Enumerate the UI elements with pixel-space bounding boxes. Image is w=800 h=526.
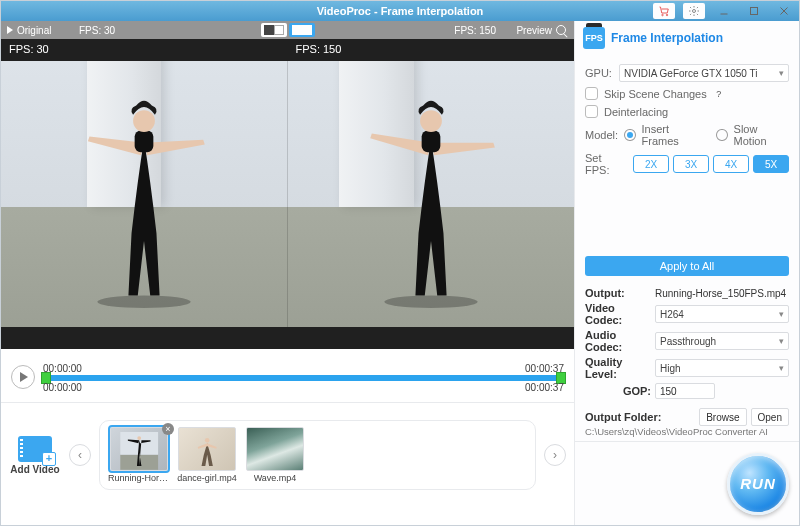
run-label: RUN xyxy=(740,475,776,492)
fps-4x-button[interactable]: 4X xyxy=(713,155,749,173)
clip-item[interactable]: × Running-Horse.m xyxy=(108,427,170,483)
app-title: VideoProc - Frame Interpolation xyxy=(317,5,484,17)
model-slow-radio[interactable] xyxy=(716,129,727,141)
deinterlacing-checkbox[interactable] xyxy=(585,105,598,118)
svg-point-15 xyxy=(137,436,141,440)
svg-point-16 xyxy=(205,438,210,443)
svg-point-12 xyxy=(420,110,442,132)
add-video-button[interactable]: Add Video xyxy=(9,436,61,475)
audio-codec-label: Audio Codec: xyxy=(585,329,651,353)
quality-label: Quality Level: xyxy=(585,356,651,380)
chevron-down-icon: ▾ xyxy=(779,309,784,319)
clip-item[interactable]: Wave.mp4 xyxy=(244,427,306,483)
fps-out-label: FPS: 150 xyxy=(332,21,502,39)
close-button[interactable] xyxy=(773,3,795,19)
overlay-fps-left: FPS: 30 xyxy=(1,41,57,57)
compare-mode-group xyxy=(257,21,319,39)
time-start-bottom: 00:00:00 xyxy=(43,382,82,393)
gop-input[interactable]: 150 xyxy=(655,383,715,399)
clip-caption: dance-girl.mp4 xyxy=(177,473,237,483)
fps-5x-button[interactable]: 5X xyxy=(753,155,789,173)
svg-point-9 xyxy=(133,110,155,132)
title-bar: VideoProc - Frame Interpolation xyxy=(1,1,799,21)
clip-caption: Running-Horse.m xyxy=(108,473,170,483)
play-icon xyxy=(7,26,13,34)
svg-point-1 xyxy=(666,14,668,16)
video-codec-label: Video Codec: xyxy=(585,302,651,326)
magnify-icon xyxy=(556,25,566,35)
overlay-fps-right: FPS: 150 xyxy=(288,41,350,57)
chevron-down-icon: ▾ xyxy=(779,336,784,346)
model-insert-radio[interactable] xyxy=(624,129,635,141)
audio-codec-value: Passthrough xyxy=(660,336,716,347)
preview-canvas: FPS: 30 FPS: 150 xyxy=(1,39,574,349)
preview-tab-label: Preview xyxy=(516,25,552,36)
skip-scene-checkbox[interactable] xyxy=(585,87,598,100)
fps-2x-button[interactable]: 2X xyxy=(633,155,669,173)
preview-toolbar: Original FPS: 30 FPS: 150 Preview xyxy=(1,21,574,39)
apply-all-button[interactable]: Apply to All xyxy=(585,256,789,276)
output-label: Output: xyxy=(585,287,651,299)
fps-3x-button[interactable]: 3X xyxy=(673,155,709,173)
window-controls xyxy=(653,1,795,21)
svg-point-0 xyxy=(662,14,664,16)
svg-rect-11 xyxy=(422,130,441,152)
gop-value: 150 xyxy=(660,386,677,397)
deinterlacing-label: Deinterlacing xyxy=(604,106,668,118)
original-tab-label: Original xyxy=(17,25,51,36)
gpu-value: NVIDIA GeForce GTX 1050 Ti xyxy=(624,68,757,79)
frame-interpolation-icon: FPS xyxy=(583,27,605,49)
play-button[interactable] xyxy=(11,365,35,389)
svg-rect-8 xyxy=(135,130,154,152)
panel-header: FPS Frame Interpolation xyxy=(575,21,799,55)
timeline-track[interactable] xyxy=(43,375,564,381)
clips-prev-button[interactable]: ‹ xyxy=(69,444,91,466)
run-button[interactable]: RUN xyxy=(727,453,789,515)
output-folder-path: C:\Users\zq\Videos\VideoProc Converter A… xyxy=(575,426,799,441)
model-insert-label: Insert Frames xyxy=(642,123,705,147)
fps-in-label: FPS: 30 xyxy=(73,21,243,39)
help-icon[interactable]: ? xyxy=(713,88,725,100)
setfps-label: Set FPS: xyxy=(585,152,627,176)
clip-remove-icon[interactable]: × xyxy=(162,423,174,435)
compare-side-button[interactable] xyxy=(289,23,315,37)
clip-caption: Wave.mp4 xyxy=(254,473,297,483)
chevron-down-icon: ▾ xyxy=(779,68,784,78)
gop-label: GOP: xyxy=(585,385,651,397)
svg-point-10 xyxy=(384,295,477,307)
minimize-button[interactable] xyxy=(713,3,735,19)
output-folder-label: Output Folder: xyxy=(585,411,661,423)
preview-tab[interactable]: Preview xyxy=(502,21,574,39)
clips-next-button[interactable]: › xyxy=(544,444,566,466)
play-icon xyxy=(20,372,28,382)
preview-right xyxy=(287,61,574,327)
timeline: 00:00:00 00:00:37 00:00:00 00:00:37 xyxy=(1,349,574,403)
skip-scene-label: Skip Scene Changes xyxy=(604,88,707,100)
original-tab[interactable]: Original xyxy=(1,21,73,39)
settings-icon[interactable] xyxy=(683,3,705,19)
model-label: Model: xyxy=(585,129,618,141)
gpu-select[interactable]: NVIDIA GeForce GTX 1050 Ti ▾ xyxy=(619,64,789,82)
video-codec-select[interactable]: H264 ▾ xyxy=(655,305,789,323)
svg-rect-4 xyxy=(751,8,758,15)
svg-point-7 xyxy=(97,295,190,307)
apply-all-label: Apply to All xyxy=(660,260,714,272)
output-filename: Running-Horse_150FPS.mp4 xyxy=(655,288,786,299)
quality-select[interactable]: High ▾ xyxy=(655,359,789,377)
add-video-icon xyxy=(18,436,52,462)
browse-button[interactable]: Browse xyxy=(699,408,746,426)
panel-title: Frame Interpolation xyxy=(611,31,723,45)
clip-item[interactable]: dance-girl.mp4 xyxy=(176,427,238,483)
cart-icon[interactable] xyxy=(653,3,675,19)
audio-codec-select[interactable]: Passthrough ▾ xyxy=(655,332,789,350)
open-button[interactable]: Open xyxy=(751,408,789,426)
gpu-label: GPU: xyxy=(585,67,613,79)
svg-point-2 xyxy=(693,10,696,13)
maximize-button[interactable] xyxy=(743,3,765,19)
chevron-down-icon: ▾ xyxy=(779,363,784,373)
preview-left xyxy=(1,61,287,327)
clips-strip: Add Video ‹ × Running-Horse.m dance-girl… xyxy=(1,403,574,507)
clips-list: × Running-Horse.m dance-girl.mp4 Wave.mp… xyxy=(99,420,536,490)
compare-split-button[interactable] xyxy=(261,23,287,37)
fps-multiplier-group: 2X 3X 4X 5X xyxy=(633,155,789,173)
